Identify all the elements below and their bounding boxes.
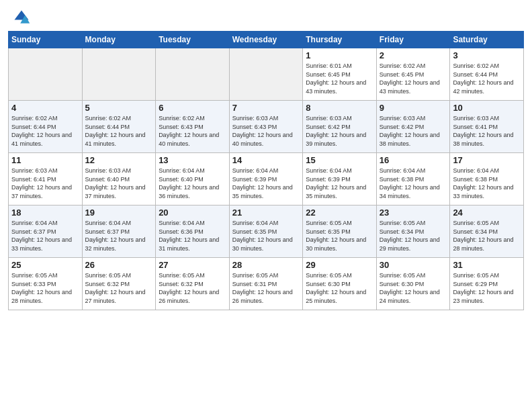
day-number: 11	[11, 155, 79, 165]
day-number: 25	[11, 260, 79, 270]
day-cell: 15Sunrise: 6:04 AMSunset: 6:39 PMDayligh…	[303, 153, 377, 205]
day-number: 7	[232, 103, 300, 113]
day-cell: 27Sunrise: 6:05 AMSunset: 6:32 PMDayligh…	[156, 258, 230, 310]
day-cell: 5Sunrise: 6:02 AMSunset: 6:44 PMDaylight…	[82, 101, 156, 153]
day-info: Sunrise: 6:05 AMSunset: 6:32 PMDaylight:…	[85, 271, 153, 305]
day-info: Sunrise: 6:04 AMSunset: 6:37 PMDaylight:…	[11, 219, 79, 253]
weekday-header-tuesday: Tuesday	[156, 32, 230, 48]
day-number: 13	[159, 155, 226, 165]
day-info: Sunrise: 6:05 AMSunset: 6:34 PMDaylight:…	[453, 219, 521, 253]
day-number: 16	[380, 155, 447, 165]
day-cell: 21Sunrise: 6:04 AMSunset: 6:35 PMDayligh…	[229, 205, 303, 258]
day-cell: 29Sunrise: 6:05 AMSunset: 6:30 PMDayligh…	[303, 258, 377, 310]
day-number: 15	[306, 155, 373, 165]
week-row-5: 25Sunrise: 6:05 AMSunset: 6:33 PMDayligh…	[9, 258, 524, 310]
day-number: 18	[11, 208, 79, 218]
day-cell: 30Sunrise: 6:05 AMSunset: 6:30 PMDayligh…	[376, 258, 450, 310]
weekday-header-thursday: Thursday	[303, 32, 377, 48]
day-number: 30	[380, 260, 447, 270]
day-cell: 17Sunrise: 6:04 AMSunset: 6:38 PMDayligh…	[450, 153, 524, 205]
day-number: 5	[85, 103, 153, 113]
weekday-header-row: SundayMondayTuesdayWednesdayThursdayFrid…	[9, 32, 524, 48]
day-number: 1	[306, 50, 373, 60]
day-cell: 2Sunrise: 6:02 AMSunset: 6:45 PMDaylight…	[376, 48, 450, 101]
day-cell: 4Sunrise: 6:02 AMSunset: 6:44 PMDaylight…	[9, 101, 83, 153]
day-info: Sunrise: 6:05 AMSunset: 6:32 PMDaylight:…	[159, 271, 226, 305]
day-info: Sunrise: 6:05 AMSunset: 6:34 PMDaylight:…	[380, 219, 447, 253]
day-info: Sunrise: 6:04 AMSunset: 6:38 PMDaylight:…	[380, 167, 447, 200]
day-cell: 25Sunrise: 6:05 AMSunset: 6:33 PMDayligh…	[9, 258, 83, 310]
day-info: Sunrise: 6:04 AMSunset: 6:40 PMDaylight:…	[159, 167, 226, 200]
day-info: Sunrise: 6:03 AMSunset: 6:43 PMDaylight:…	[232, 114, 300, 148]
logo-icon	[12, 8, 31, 27]
day-number: 4	[11, 103, 79, 113]
day-info: Sunrise: 6:05 AMSunset: 6:35 PMDaylight:…	[306, 219, 373, 253]
day-info: Sunrise: 6:03 AMSunset: 6:42 PMDaylight:…	[306, 114, 373, 148]
day-number: 12	[85, 155, 153, 165]
day-cell: 26Sunrise: 6:05 AMSunset: 6:32 PMDayligh…	[82, 258, 156, 310]
day-cell: 16Sunrise: 6:04 AMSunset: 6:38 PMDayligh…	[376, 153, 450, 205]
day-info: Sunrise: 6:05 AMSunset: 6:30 PMDaylight:…	[380, 271, 447, 305]
day-cell: 23Sunrise: 6:05 AMSunset: 6:34 PMDayligh…	[376, 205, 450, 258]
day-cell: 11Sunrise: 6:03 AMSunset: 6:41 PMDayligh…	[9, 153, 83, 205]
day-cell: 1Sunrise: 6:01 AMSunset: 6:45 PMDaylight…	[303, 48, 377, 101]
day-cell	[229, 48, 303, 101]
day-cell: 31Sunrise: 6:05 AMSunset: 6:29 PMDayligh…	[450, 258, 524, 310]
day-info: Sunrise: 6:02 AMSunset: 6:44 PMDaylight:…	[453, 62, 521, 95]
day-cell: 13Sunrise: 6:04 AMSunset: 6:40 PMDayligh…	[156, 153, 230, 205]
day-number: 26	[85, 260, 153, 270]
day-number: 17	[453, 155, 521, 165]
day-info: Sunrise: 6:01 AMSunset: 6:45 PMDaylight:…	[306, 62, 373, 95]
day-info: Sunrise: 6:02 AMSunset: 6:44 PMDaylight:…	[11, 114, 79, 148]
day-info: Sunrise: 6:03 AMSunset: 6:41 PMDaylight:…	[453, 114, 521, 148]
day-number: 10	[453, 103, 521, 113]
day-cell: 8Sunrise: 6:03 AMSunset: 6:42 PMDaylight…	[303, 101, 377, 153]
day-info: Sunrise: 6:04 AMSunset: 6:39 PMDaylight:…	[232, 167, 300, 200]
day-info: Sunrise: 6:03 AMSunset: 6:40 PMDaylight:…	[85, 167, 153, 200]
day-cell: 20Sunrise: 6:04 AMSunset: 6:36 PMDayligh…	[156, 205, 230, 258]
day-cell: 3Sunrise: 6:02 AMSunset: 6:44 PMDaylight…	[450, 48, 524, 101]
calendar-table: SundayMondayTuesdayWednesdayThursdayFrid…	[8, 31, 524, 310]
day-cell: 19Sunrise: 6:04 AMSunset: 6:37 PMDayligh…	[82, 205, 156, 258]
day-info: Sunrise: 6:05 AMSunset: 6:29 PMDaylight:…	[453, 271, 521, 305]
week-row-3: 11Sunrise: 6:03 AMSunset: 6:41 PMDayligh…	[9, 153, 524, 205]
day-number: 24	[453, 208, 521, 218]
day-info: Sunrise: 6:04 AMSunset: 6:38 PMDaylight:…	[453, 167, 521, 200]
day-cell: 7Sunrise: 6:03 AMSunset: 6:43 PMDaylight…	[229, 101, 303, 153]
day-cell: 6Sunrise: 6:02 AMSunset: 6:43 PMDaylight…	[156, 101, 230, 153]
header	[0, 0, 532, 31]
weekday-header-monday: Monday	[82, 32, 156, 48]
day-number: 21	[232, 208, 300, 218]
day-number: 20	[159, 208, 226, 218]
day-cell	[9, 48, 83, 101]
week-row-4: 18Sunrise: 6:04 AMSunset: 6:37 PMDayligh…	[9, 205, 524, 258]
day-number: 28	[232, 260, 300, 270]
day-cell: 9Sunrise: 6:03 AMSunset: 6:42 PMDaylight…	[376, 101, 450, 153]
day-number: 23	[380, 208, 447, 218]
day-cell: 18Sunrise: 6:04 AMSunset: 6:37 PMDayligh…	[9, 205, 83, 258]
day-info: Sunrise: 6:02 AMSunset: 6:45 PMDaylight:…	[380, 62, 447, 95]
day-cell: 22Sunrise: 6:05 AMSunset: 6:35 PMDayligh…	[303, 205, 377, 258]
day-number: 2	[380, 50, 447, 60]
day-cell	[82, 48, 156, 101]
day-number: 14	[232, 155, 300, 165]
day-cell: 10Sunrise: 6:03 AMSunset: 6:41 PMDayligh…	[450, 101, 524, 153]
day-number: 6	[159, 103, 226, 113]
weekday-header-saturday: Saturday	[450, 32, 524, 48]
day-number: 27	[159, 260, 226, 270]
day-number: 22	[306, 208, 373, 218]
day-info: Sunrise: 6:05 AMSunset: 6:33 PMDaylight:…	[11, 271, 79, 305]
day-info: Sunrise: 6:02 AMSunset: 6:43 PMDaylight:…	[159, 114, 226, 148]
day-info: Sunrise: 6:04 AMSunset: 6:36 PMDaylight:…	[159, 219, 226, 253]
day-number: 8	[306, 103, 373, 113]
day-number: 9	[380, 103, 447, 113]
day-info: Sunrise: 6:04 AMSunset: 6:37 PMDaylight:…	[85, 219, 153, 253]
day-number: 19	[85, 208, 153, 218]
weekday-header-wednesday: Wednesday	[229, 32, 303, 48]
day-info: Sunrise: 6:04 AMSunset: 6:39 PMDaylight:…	[306, 167, 373, 200]
day-info: Sunrise: 6:05 AMSunset: 6:31 PMDaylight:…	[232, 271, 300, 305]
day-info: Sunrise: 6:05 AMSunset: 6:30 PMDaylight:…	[306, 271, 373, 305]
weekday-header-friday: Friday	[376, 32, 450, 48]
weekday-header-sunday: Sunday	[9, 32, 83, 48]
week-row-1: 1Sunrise: 6:01 AMSunset: 6:45 PMDaylight…	[9, 48, 524, 101]
